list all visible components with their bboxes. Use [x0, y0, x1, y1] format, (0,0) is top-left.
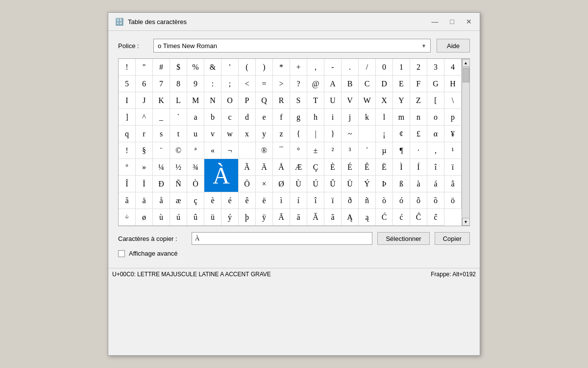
- char-cell[interactable]: c: [221, 109, 239, 126]
- char-cell[interactable]: È: [324, 159, 342, 176]
- char-cell[interactable]: 0: [376, 59, 393, 76]
- char-cell[interactable]: 2: [410, 59, 427, 76]
- char-cell[interactable]: Û: [324, 176, 342, 192]
- char-cell[interactable]: O: [221, 92, 239, 109]
- scroll-up-button[interactable]: ▲: [462, 59, 470, 67]
- char-cell[interactable]: É: [342, 159, 359, 176]
- copy-button[interactable]: Copier: [435, 232, 470, 245]
- char-cell[interactable]: D: [376, 76, 393, 92]
- char-cell[interactable]: m: [393, 109, 410, 126]
- char-cell[interactable]: f: [273, 109, 290, 126]
- char-cell[interactable]: =: [256, 76, 273, 92]
- char-cell[interactable]: Ä: [256, 159, 273, 176]
- char-cell[interactable]: ;: [221, 76, 239, 92]
- char-cell[interactable]: ]: [119, 109, 136, 126]
- char-cell[interactable]: ĉ: [427, 209, 444, 226]
- char-cell[interactable]: ï: [444, 159, 462, 176]
- char-cell[interactable]: ¥: [444, 126, 462, 142]
- char-cell[interactable]: ü: [204, 209, 221, 226]
- char-cell[interactable]: y: [256, 126, 273, 142]
- char-cell[interactable]: x: [239, 126, 256, 142]
- char-cell[interactable]: U: [324, 92, 342, 109]
- scroll-down-button[interactable]: ▼: [462, 218, 470, 226]
- char-cell[interactable]: ą: [359, 209, 376, 226]
- char-cell[interactable]: Ć: [376, 209, 393, 226]
- char-cell[interactable]: ì: [273, 192, 290, 209]
- char-cell[interactable]: 7: [153, 76, 170, 92]
- char-cell[interactable]: \: [444, 92, 462, 109]
- scrollbar[interactable]: ▲ ▼: [462, 59, 469, 226]
- char-cell[interactable]: {: [290, 126, 307, 142]
- char-cell[interactable]: u: [187, 126, 204, 142]
- char-cell[interactable]: ø: [136, 209, 153, 226]
- char-cell[interactable]: r: [136, 126, 153, 142]
- char-cell[interactable]: Ü: [342, 176, 359, 192]
- char-cell[interactable]: ª: [187, 142, 204, 159]
- char-cell[interactable]: Î: [119, 176, 136, 192]
- char-cell[interactable]: Ú: [307, 176, 324, 192]
- char-cell[interactable]: Ã: [239, 159, 256, 176]
- char-cell[interactable]: H: [444, 76, 462, 92]
- char-cell[interactable]: ¾: [187, 159, 204, 176]
- char-cell[interactable]: ¹: [444, 142, 462, 159]
- char-cell[interactable]: ?: [290, 76, 307, 92]
- char-cell[interactable]: ã: [119, 192, 136, 209]
- scrollbar-track[interactable]: [462, 67, 469, 218]
- char-cell[interactable]: A: [324, 76, 342, 92]
- char-cell[interactable]: ^: [136, 109, 153, 126]
- char-cell[interactable]: w: [221, 126, 239, 142]
- char-cell[interactable]: õ: [427, 192, 444, 209]
- char-cell[interactable]: ×: [256, 176, 273, 192]
- char-cell[interactable]: d: [239, 109, 256, 126]
- char-cell[interactable]: Ă: [307, 209, 324, 226]
- char-cell[interactable]: ÷: [119, 209, 136, 226]
- char-cell[interactable]: £: [410, 126, 427, 142]
- char-cell[interactable]: ²: [324, 142, 342, 159]
- char-cell[interactable]: «: [204, 142, 221, 159]
- char-cell[interactable]: á: [427, 176, 444, 192]
- char-cell[interactable]: ú: [170, 209, 187, 226]
- char-cell[interactable]: Ĉ: [410, 209, 427, 226]
- char-cell[interactable]: ð: [342, 192, 359, 209]
- char-cell[interactable]: ½: [170, 159, 187, 176]
- char-cell[interactable]: S: [290, 92, 307, 109]
- char-cell[interactable]: [: [427, 92, 444, 109]
- char-cell[interactable]: R: [273, 92, 290, 109]
- char-cell[interactable]: 3: [427, 59, 444, 76]
- char-cell[interactable]: ¢: [393, 126, 410, 142]
- char-cell[interactable]: g: [290, 109, 307, 126]
- char-cell[interactable]: Ø: [273, 176, 290, 192]
- char-cell[interactable]: ò: [376, 192, 393, 209]
- advanced-checkbox[interactable]: [118, 250, 125, 257]
- char-cell[interactable]: û: [187, 209, 204, 226]
- char-cell[interactable]: ý: [221, 209, 239, 226]
- char-cell[interactable]: Ê: [359, 159, 376, 176]
- char-cell[interactable]: ¡: [376, 126, 393, 142]
- char-cell[interactable]: þ: [239, 209, 256, 226]
- char-cell[interactable]: i: [324, 109, 342, 126]
- char-cell[interactable]: `: [170, 109, 187, 126]
- char-cell[interactable]: h: [307, 109, 324, 126]
- char-cell[interactable]: ÿ: [256, 209, 273, 226]
- aide-button[interactable]: Aide: [437, 39, 470, 53]
- char-cell[interactable]: 6: [136, 76, 153, 92]
- char-cell[interactable]: B: [342, 76, 359, 92]
- char-cell[interactable]: X: [376, 92, 393, 109]
- char-cell[interactable]: ë: [256, 192, 273, 209]
- char-cell[interactable]: ô: [410, 192, 427, 209]
- char-cell[interactable]: ê: [239, 192, 256, 209]
- char-cell[interactable]: K: [153, 92, 170, 109]
- char-cell[interactable]: j: [342, 109, 359, 126]
- char-cell[interactable]: ö: [444, 192, 462, 209]
- char-cell[interactable]: ": [136, 59, 153, 76]
- char-cell[interactable]: ï: [324, 192, 342, 209]
- char-cell[interactable]: _: [153, 109, 170, 126]
- char-cell[interactable]: 9: [187, 76, 204, 92]
- char-cell[interactable]: ): [256, 59, 273, 76]
- char-cell[interactable]: Í: [410, 159, 427, 176]
- char-cell[interactable]: |: [307, 126, 324, 142]
- char-cell[interactable]: v: [204, 126, 221, 142]
- char-cell[interactable]: ,: [307, 59, 324, 76]
- char-cell[interactable]: §: [136, 142, 153, 159]
- char-cell[interactable]: °: [290, 142, 307, 159]
